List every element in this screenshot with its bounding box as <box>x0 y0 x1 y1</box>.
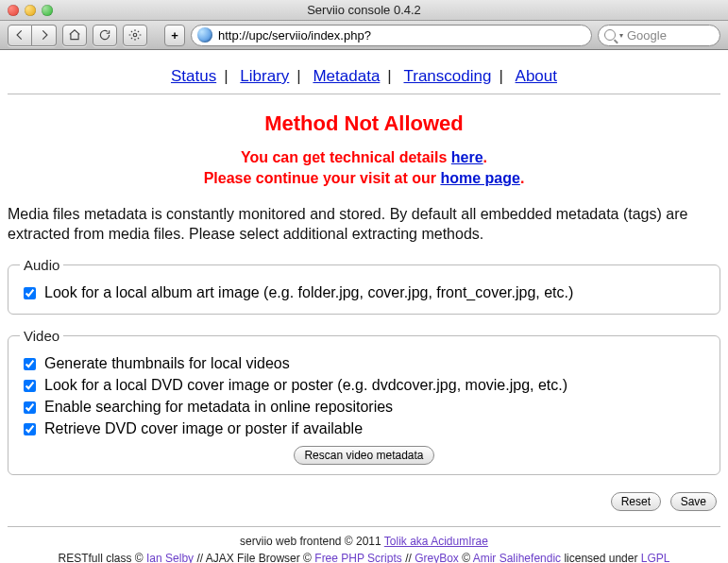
video-opt-dvd-cover[interactable]: Look for a local DVD cover image or post… <box>20 375 708 397</box>
audio-opt-album-art-label: Look for a local album art image (e.g. f… <box>44 284 573 301</box>
error-homepage-link[interactable]: home page <box>440 170 519 186</box>
video-opt-dvd-cover-checkbox[interactable] <box>24 380 36 392</box>
browser-toolbar: + ▾ Google <box>0 21 728 50</box>
footer-author-link[interactable]: Tolik aka AcidumIrae <box>384 535 488 548</box>
svg-point-0 <box>133 33 137 37</box>
video-opt-online-meta-checkbox[interactable] <box>24 401 36 414</box>
address-bar[interactable] <box>191 25 592 46</box>
video-fieldset: Video Generate thumbnails for local vide… <box>8 328 720 475</box>
nav-status[interactable]: Status <box>171 67 216 85</box>
action-row: Reset Save <box>8 488 720 520</box>
video-legend: Video <box>20 328 63 344</box>
footer: serviio web frontend © 2011 Tolik aka Ac… <box>8 533 720 563</box>
rescan-video-button[interactable]: Rescan video metadata <box>294 446 433 465</box>
search-field[interactable]: ▾ Google <box>598 25 720 46</box>
home-button[interactable] <box>62 25 87 46</box>
window-title: Serviio console 0.4.2 <box>0 3 728 17</box>
footer-freephp-link[interactable]: Free PHP Scripts <box>314 552 401 563</box>
intro-text: Media files metadata is constantly monit… <box>8 205 720 244</box>
settings-button[interactable] <box>123 25 147 46</box>
video-opt-retrieve-cover[interactable]: Retrieve DVD cover image or poster if av… <box>20 418 708 440</box>
divider <box>8 94 720 94</box>
nav-transcoding[interactable]: Transcoding <box>404 67 492 85</box>
video-opt-online-meta[interactable]: Enable searching for metadata in online … <box>20 397 708 418</box>
error-here-link[interactable]: here <box>451 149 483 165</box>
site-icon <box>197 27 212 43</box>
nav-about[interactable]: About <box>516 67 557 85</box>
nav-library[interactable]: Library <box>240 67 289 85</box>
url-input[interactable] <box>216 27 585 43</box>
nav-metadata[interactable]: Metadata <box>313 67 380 85</box>
chevron-down-icon: ▾ <box>619 31 623 40</box>
add-bookmark-button[interactable]: + <box>164 25 185 46</box>
footer-ianselby-link[interactable]: Ian Selby <box>146 552 194 563</box>
search-icon <box>604 29 616 41</box>
search-placeholder: Google <box>627 28 667 43</box>
nav-links: Status| Library| Metadata| Transcoding| … <box>8 60 720 88</box>
error-detail: You can get technical details here. Plea… <box>8 147 720 188</box>
footer-lgpl-link[interactable]: LGPL <box>641 552 670 563</box>
footer-amir-link[interactable]: Amir Salihefendic <box>473 552 561 563</box>
audio-opt-album-art-checkbox[interactable] <box>24 287 36 299</box>
footer-greybox-link[interactable]: GreyBox <box>415 552 459 563</box>
reset-button[interactable]: Reset <box>611 492 661 511</box>
divider <box>8 526 720 527</box>
video-opt-thumbnails-checkbox[interactable] <box>24 358 36 370</box>
audio-opt-album-art[interactable]: Look for a local album art image (e.g. f… <box>20 282 708 304</box>
window-titlebar: Serviio console 0.4.2 <box>0 0 728 21</box>
audio-fieldset: Audio Look for a local album art image (… <box>8 257 720 315</box>
reload-button[interactable] <box>93 25 117 46</box>
forward-button[interactable] <box>32 25 57 46</box>
save-button[interactable]: Save <box>670 492 717 511</box>
back-button[interactable] <box>8 25 32 46</box>
video-opt-retrieve-cover-checkbox[interactable] <box>24 423 36 435</box>
error-heading: Method Not Allowed <box>8 111 720 136</box>
nav-button-group <box>8 25 57 46</box>
video-opt-thumbnails[interactable]: Generate thumbnails for local videos <box>20 353 708 375</box>
audio-legend: Audio <box>20 257 63 273</box>
